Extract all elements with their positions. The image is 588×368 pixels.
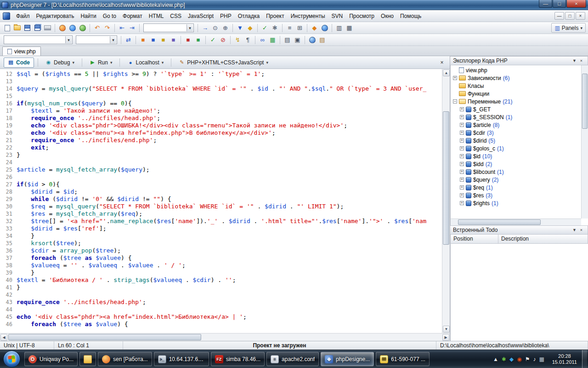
- image-icon[interactable]: ▦: [268, 35, 277, 45]
- browser-ie-icon[interactable]: [68, 23, 77, 33]
- tray-java-icon[interactable]: ◆: [509, 356, 514, 362]
- close-icon[interactable]: ×: [578, 227, 585, 234]
- menu-item-6[interactable]: CSS: [167, 11, 185, 21]
- save-icon[interactable]: [23, 23, 32, 33]
- code-view-button[interactable]: ▤ Code: [4, 58, 34, 68]
- scrollbar-thumb[interactable]: [8, 334, 201, 340]
- debug-button[interactable]: ◉ Debug ▾: [42, 58, 78, 68]
- code-line[interactable]: 23}: [0, 151, 442, 159]
- tree-expander-icon[interactable]: +: [460, 162, 464, 166]
- menu-item-0[interactable]: Файл: [13, 11, 33, 21]
- panels-button[interactable]: ▥Panels▾: [551, 23, 586, 33]
- menu-item-13[interactable]: Просмотр: [346, 11, 378, 21]
- sync-icon[interactable]: ⇄: [124, 35, 133, 45]
- start-button[interactable]: [3, 351, 20, 368]
- browser-firefox-icon[interactable]: [57, 23, 67, 33]
- tree-node-$_SESSION[interactable]: +$_SESSION(1): [451, 113, 581, 121]
- tray-lang-icon[interactable]: ⚑: [525, 356, 530, 362]
- tree-node-$idd[interactable]: +$idd(2): [451, 160, 581, 168]
- save-all-icon[interactable]: [33, 23, 42, 33]
- taskbar-item-phpDesigne...[interactable]: ◆phpDesigne...: [321, 352, 374, 366]
- redo-icon[interactable]: ↷: [102, 23, 112, 33]
- maximize-button[interactable]: □: [553, 0, 566, 8]
- menu-item-10[interactable]: Проект: [263, 11, 288, 21]
- taskbar-item-sen [Работа...[interactable]: sen [Работа...: [98, 352, 152, 366]
- mdi-restore-button[interactable]: □: [565, 12, 575, 20]
- title-bar[interactable]: phpDesigner 7 - [D:\Localhost\home\local…: [0, 0, 588, 10]
- scrollbar-thumb[interactable]: [582, 74, 588, 129]
- vertical-scrollbar[interactable]: ▲ ▼: [442, 69, 450, 333]
- validate-icon[interactable]: ✓: [208, 35, 218, 45]
- todo-column-position[interactable]: Position: [451, 235, 498, 244]
- scrollbar-thumb[interactable]: [458, 219, 541, 225]
- close-button[interactable]: ×: [566, 0, 586, 8]
- tree-node-$golos_c[interactable]: +$golos_c(1): [451, 144, 581, 152]
- mdi-close-button[interactable]: ×: [576, 12, 585, 20]
- tree-expander-icon[interactable]: +: [460, 193, 464, 197]
- code-line[interactable]: 22 exit;: [0, 144, 442, 151]
- code-line[interactable]: 44: [0, 306, 442, 313]
- tree-node--[interactable]: Функции: [451, 90, 581, 98]
- snippet-icon[interactable]: ▤: [283, 35, 292, 45]
- code-line[interactable]: 26: [0, 173, 442, 181]
- bookmark-icon[interactable]: ◆: [245, 23, 255, 33]
- open-folder-icon[interactable]: [12, 23, 22, 33]
- menu-item-4[interactable]: Формат: [119, 11, 146, 21]
- tree-expander-icon[interactable]: +: [460, 107, 464, 111]
- toolbar-combobox-1[interactable]: ▾: [143, 23, 194, 32]
- chevron-down-icon[interactable]: ▾: [187, 24, 193, 31]
- code-line[interactable]: 30 $req = mysql_query("SELECT * FROM `bi…: [0, 203, 442, 210]
- code-line[interactable]: 27if($id > 0){: [0, 181, 442, 188]
- php-doc-icon[interactable]: ■: [169, 35, 178, 45]
- color-picker-icon[interactable]: ■: [183, 35, 193, 45]
- close-icon[interactable]: ×: [578, 58, 585, 64]
- minimize-button[interactable]: —: [539, 0, 552, 8]
- toolbar-combobox-2[interactable]: ▾: [4, 35, 73, 44]
- todo-list-body[interactable]: [450, 244, 588, 341]
- tree-expander-icon[interactable]: +: [460, 178, 464, 182]
- tree-expander-icon[interactable]: +: [460, 154, 464, 158]
- tree-expander-icon[interactable]: +: [460, 138, 464, 143]
- scroll-left-icon[interactable]: ◀: [0, 334, 7, 341]
- code-line[interactable]: 35 krsort($tree);: [0, 240, 442, 247]
- code-line[interactable]: 15: [0, 92, 442, 100]
- tree-expander-icon[interactable]: +: [460, 185, 464, 190]
- taskbar-item-simba 78.46...[interactable]: FZsimba 78.46...: [211, 352, 265, 366]
- tree-expander-icon[interactable]: +: [460, 115, 464, 119]
- template-icon[interactable]: ▣: [293, 35, 302, 45]
- indent-icon[interactable]: ⇥: [127, 23, 137, 33]
- taskbar-item-10.64.137.67...[interactable]: >_10.64.137.67...: [154, 352, 209, 366]
- explorer-vertical-scrollbar[interactable]: [581, 65, 588, 218]
- pin-icon[interactable]: ▼: [571, 227, 578, 234]
- scroll-down-icon[interactable]: ▼: [443, 326, 450, 333]
- taskbar-item-folder[interactable]: [79, 352, 96, 366]
- tree-node-$dirid[interactable]: +$dirid(5): [451, 137, 581, 144]
- new-file-icon[interactable]: [2, 23, 12, 33]
- scrollbar-thumb[interactable]: [443, 111, 449, 245]
- menu-item-14[interactable]: Окно: [378, 11, 397, 21]
- code-line[interactable]: 24: [0, 159, 442, 166]
- tree-node-$res[interactable]: +$res(3): [451, 191, 581, 199]
- css-doc-icon[interactable]: ■: [148, 35, 158, 45]
- code-line[interactable]: 28 $dirid = $id;: [0, 188, 442, 196]
- scroll-right-icon[interactable]: ▶: [442, 334, 449, 341]
- tree-expander-icon[interactable]: +: [460, 131, 464, 135]
- code-line[interactable]: 34 }: [0, 232, 442, 240]
- code-line[interactable]: 25$article = mysql_fetch_array($query);: [0, 166, 442, 173]
- code-line[interactable]: 37 foreach ($tree as $valuee) {: [0, 254, 442, 262]
- tray-browser-icon[interactable]: ◉: [517, 356, 521, 362]
- tidy-icon[interactable]: ↯: [233, 35, 243, 45]
- tree-node-$rights[interactable]: +$rights(1): [451, 199, 581, 207]
- browser-chrome-icon[interactable]: [78, 23, 87, 33]
- code-line[interactable]: 41}: [0, 284, 442, 291]
- link-icon[interactable]: ∞: [258, 35, 267, 45]
- menu-item-9[interactable]: Отладка: [235, 11, 263, 21]
- tree-expander-icon[interactable]: +: [460, 201, 464, 205]
- code-line[interactable]: 20 echo '<div class="menu"><a href="inde…: [0, 129, 442, 137]
- todo-check-icon[interactable]: ✓: [260, 23, 270, 33]
- tab-view-php[interactable]: view.php: [2, 46, 41, 56]
- code-line[interactable]: 17 $textl = 'Такой записи не найдено!';: [0, 107, 442, 115]
- tree-expander-icon[interactable]: +: [453, 76, 457, 80]
- chevron-down-icon[interactable]: ▾: [110, 36, 116, 43]
- palette-icon[interactable]: ■: [193, 35, 203, 45]
